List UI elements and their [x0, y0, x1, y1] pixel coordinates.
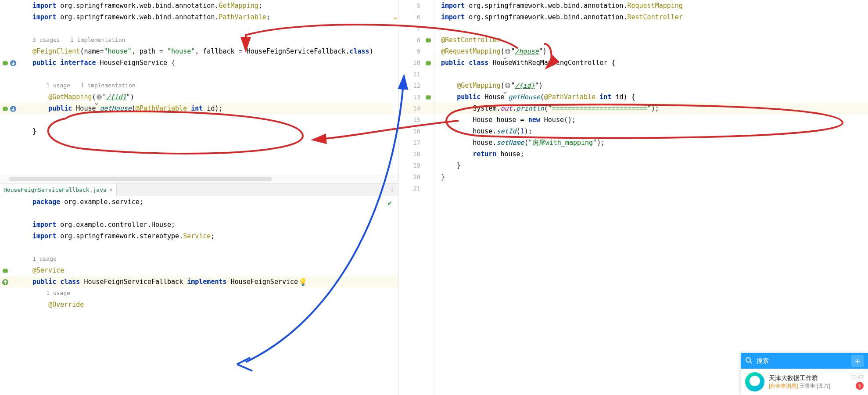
inlay-hint[interactable]: 1 usage: [26, 287, 398, 299]
line-number[interactable]: 8: [398, 34, 434, 46]
code-line[interactable]: [26, 68, 398, 80]
code-line[interactable]: [26, 208, 398, 219]
bean-icon[interactable]: [2, 59, 9, 66]
code-line[interactable]: [435, 183, 868, 194]
implements-up-icon[interactable]: [2, 278, 9, 285]
editor-feign-interface[interactable]: import org.springframework.web.bind.anno…: [0, 0, 398, 176]
gutter-line[interactable]: [0, 287, 26, 299]
code-line[interactable]: public House getHouse(@PathVariable int …: [435, 91, 868, 103]
code-line[interactable]: }: [435, 171, 868, 183]
code-line[interactable]: import org.springframework.web.bind.anno…: [435, 0, 868, 11]
bean-icon[interactable]: [425, 94, 432, 101]
gutter-line[interactable]: [0, 276, 26, 287]
code-line[interactable]: import org.example.controller.House;: [26, 219, 398, 230]
code-line[interactable]: import org.springframework.web.bind.anno…: [435, 11, 868, 23]
code-line[interactable]: @Override: [26, 299, 398, 310]
code-line[interactable]: }: [435, 160, 868, 171]
line-number[interactable]: 14: [398, 103, 434, 114]
editor-fallback-class[interactable]: ✔ package org.example.service; import or…: [0, 196, 398, 395]
tab-bar[interactable]: HouseFeignServiceFallback.java × ⋮: [0, 183, 398, 196]
line-number[interactable]: 19: [398, 160, 434, 171]
line-number[interactable]: 18: [398, 148, 434, 160]
gutter-line[interactable]: [0, 80, 26, 91]
code-line[interactable]: [435, 23, 868, 34]
marker-bar[interactable]: [393, 0, 398, 176]
line-number[interactable]: 12: [398, 80, 434, 91]
line-number[interactable]: 5: [398, 0, 434, 11]
override-down-icon[interactable]: [10, 59, 17, 66]
chat-search-input[interactable]: [756, 357, 848, 365]
code-line[interactable]: @FeignClient(name="house", path = "house…: [26, 46, 398, 57]
inlay-hint[interactable]: 3 usages 1 implementation: [26, 34, 398, 46]
code-line[interactable]: import org.springframework.stereotype.Se…: [26, 230, 398, 242]
code-line[interactable]: @Service: [26, 265, 398, 276]
code-line[interactable]: [26, 114, 398, 126]
line-number[interactable]: 9: [398, 46, 434, 57]
gutter-line[interactable]: [0, 230, 26, 242]
code-line[interactable]: [26, 242, 398, 253]
code-line[interactable]: [26, 23, 398, 34]
line-number[interactable]: 7: [398, 23, 434, 34]
code-area[interactable]: import org.springframework.web.bind.anno…: [435, 0, 868, 395]
code-line[interactable]: house.setName("房屋with_mapping");: [435, 137, 868, 148]
gutter-line[interactable]: [0, 68, 26, 80]
gutter-line[interactable]: [0, 219, 26, 230]
line-number[interactable]: 11: [398, 68, 434, 80]
bean-icon[interactable]: [425, 60, 432, 67]
gutter-line[interactable]: [0, 299, 26, 310]
gutter-line[interactable]: [0, 242, 26, 253]
override-down-icon[interactable]: [10, 105, 17, 112]
tab-fallback-file[interactable]: HouseFeignServiceFallback.java ×: [0, 183, 117, 196]
code-line[interactable]: @RequestMapping("/house"): [435, 46, 868, 57]
bean-icon[interactable]: [2, 105, 9, 112]
gutter-line[interactable]: [0, 196, 26, 208]
code-area[interactable]: ✔ package org.example.service; import or…: [26, 196, 398, 395]
chat-search-bar[interactable]: ＋: [741, 353, 868, 369]
code-line[interactable]: [435, 68, 868, 80]
gutter-line[interactable]: [0, 253, 26, 265]
line-number[interactable]: 17: [398, 137, 434, 148]
chat-item[interactable]: 天津大数据工作群 [有全体消息] 王雪丰:[图片] 11:42 5: [741, 369, 868, 395]
gutter-line[interactable]: [0, 114, 26, 126]
gutter[interactable]: 56789101112131415161718192021: [398, 0, 435, 395]
gutter-line[interactable]: [0, 23, 26, 34]
gutter-line[interactable]: [0, 265, 26, 276]
inlay-hint[interactable]: 1 usage: [26, 253, 398, 265]
gutter-line[interactable]: [0, 57, 26, 68]
scrollbar-thumb[interactable]: [9, 177, 272, 181]
code-area[interactable]: import org.springframework.web.bind.anno…: [26, 0, 398, 176]
gutter-line[interactable]: [0, 103, 26, 114]
gutter-line[interactable]: [0, 34, 26, 46]
chat-add-button[interactable]: ＋: [851, 355, 864, 367]
code-line[interactable]: System.out.println("====================…: [435, 103, 868, 114]
line-number[interactable]: 13: [398, 91, 434, 103]
code-line[interactable]: public interface HouseFeignService {: [26, 57, 398, 68]
gutter[interactable]: [0, 196, 26, 395]
code-line[interactable]: @GetMapping("/{id}"): [435, 80, 868, 91]
gutter-line[interactable]: [0, 126, 26, 137]
code-line[interactable]: public class HouseFeignServiceFallback i…: [26, 276, 398, 287]
gutter[interactable]: [0, 0, 26, 176]
code-line[interactable]: @RestController: [435, 34, 868, 46]
horizontal-scrollbar[interactable]: [0, 176, 398, 183]
line-number[interactable]: 15: [398, 114, 434, 126]
code-line[interactable]: house.setId(1);: [435, 126, 868, 137]
gutter-line[interactable]: [0, 46, 26, 57]
code-line[interactable]: import org.springframework.web.bind.anno…: [26, 11, 398, 23]
bean-icon[interactable]: [2, 267, 9, 274]
tab-menu-icon[interactable]: ⋮: [389, 185, 395, 193]
code-line[interactable]: import org.springframework.web.bind.anno…: [26, 0, 398, 11]
line-number[interactable]: 10: [398, 57, 434, 68]
gutter-line[interactable]: [0, 208, 26, 219]
line-number[interactable]: 16: [398, 126, 434, 137]
tab-close-icon[interactable]: ×: [109, 186, 113, 193]
code-line[interactable]: package org.example.service;: [26, 196, 398, 208]
gutter-line[interactable]: [0, 0, 26, 11]
code-line[interactable]: @GetMapping("/{id}"): [26, 91, 398, 103]
code-line[interactable]: public House getHouse(@PathVariable int …: [26, 103, 398, 114]
line-number[interactable]: 6: [398, 11, 434, 23]
bean-icon[interactable]: [425, 37, 432, 44]
line-number[interactable]: 20: [398, 171, 434, 183]
gutter-line[interactable]: [0, 11, 26, 23]
code-line[interactable]: return house;: [435, 148, 868, 160]
